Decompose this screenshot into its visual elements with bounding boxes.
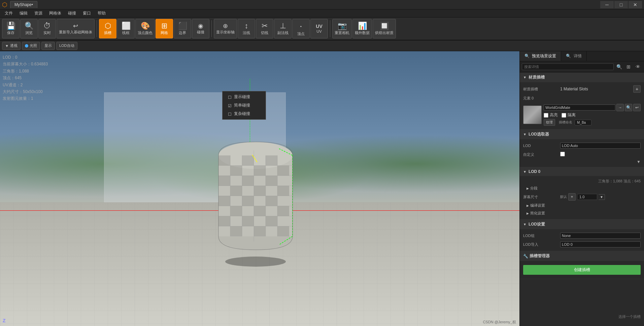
simple-collision-item[interactable]: ☑ 简单碰撞 xyxy=(223,101,266,110)
reimport-button[interactable]: ↩ 重新导入基础网格体 xyxy=(57,19,95,38)
svg-rect-25 xyxy=(242,176,254,186)
lod-import-select[interactable]: LOD 0 xyxy=(560,241,641,247)
lod-expand-arrow[interactable]: ▼ xyxy=(637,159,641,164)
minimize-button[interactable]: ─ xyxy=(600,1,614,8)
slot-name-input[interactable] xyxy=(575,120,591,125)
grid-view-button[interactable]: ⊞ xyxy=(624,63,633,71)
highlight-checkbox[interactable] xyxy=(544,113,548,118)
build-arrow: ▶ xyxy=(527,204,529,207)
insert-slot-button[interactable]: ⬡ 插槽 xyxy=(99,19,116,38)
menu-collision[interactable]: 碰撞 xyxy=(65,10,79,17)
show-button[interactable]: 显示 xyxy=(41,42,55,50)
lod-settings-header[interactable]: ▼ LOD设置 xyxy=(520,219,644,229)
perspective-dropdown[interactable]: ▼ 透视 xyxy=(2,42,21,50)
reduce-arrow: ▶ xyxy=(527,212,529,215)
eye-button[interactable]: 👁 xyxy=(634,63,642,71)
browse-button[interactable]: 🔍 浏览 xyxy=(20,19,38,38)
lod0-header[interactable]: ▼ LOD 0 xyxy=(520,167,644,176)
details-tab[interactable]: 🔍 详情 xyxy=(561,51,586,61)
insert-label: 插槽 xyxy=(104,30,111,35)
lod-import-label: LOD导入 xyxy=(523,242,560,247)
svg-rect-28 xyxy=(254,186,266,196)
normal-button[interactable]: ↕ 法线 xyxy=(238,19,255,38)
screen-size-input[interactable] xyxy=(577,194,597,200)
material-slots-header[interactable]: ▼ 材质插槽 xyxy=(520,72,644,82)
lod-group-label: LOD组 xyxy=(523,233,560,238)
app-tab[interactable]: MyShape• xyxy=(10,1,37,8)
toolbar: 💾 保存 🔍 浏览 ⏱ 实时 ↩ 重新导入基础网格体 ⬡ 插槽 ⬜ 线框 🎨 顶… xyxy=(0,18,644,40)
show-axis-label: 显示坐标轴 xyxy=(216,30,235,35)
material-reset-button[interactable]: ↩ xyxy=(633,104,641,111)
reduce-settings-header[interactable]: ▶ 简化设置 xyxy=(520,209,644,217)
preview-scene-tab[interactable]: 🔍 预览场景设置 xyxy=(520,51,561,61)
material-name-row: WorldGridMate → 🔍 ↩ xyxy=(544,104,641,111)
slot-name-label: 插槽命名 xyxy=(559,120,572,125)
custom-checkbox[interactable] xyxy=(560,152,565,156)
close-button[interactable]: ✕ xyxy=(629,1,642,8)
bake-material-button[interactable]: 🔲 烘焙出材质 xyxy=(373,19,396,38)
menu-mesh[interactable]: 网格体 xyxy=(46,10,65,17)
segments-label: 分段 xyxy=(530,186,538,191)
lod-group-select[interactable]: None xyxy=(560,233,641,239)
binormal-button[interactable]: ⊥ 副法线 xyxy=(274,19,292,38)
add-material-slot-button[interactable]: + xyxy=(633,85,641,93)
boundary-button[interactable]: ⬛ 边界 xyxy=(174,19,191,38)
mesh-icon: ⊞ xyxy=(161,22,167,30)
vertex-color-button[interactable]: 🎨 顶点颜色 xyxy=(135,19,155,38)
details-tab-label: 详情 xyxy=(574,54,582,58)
mesh-button[interactable]: ⊞ 网格 xyxy=(156,19,173,38)
menu-help[interactable]: 帮助 xyxy=(94,10,109,17)
isolate-checkbox[interactable] xyxy=(562,113,566,118)
socket-manager-header[interactable]: 🔧 插槽管理器 xyxy=(520,251,644,261)
material-texture-row: 纹理 插槽命名 xyxy=(544,119,641,126)
show-collision-item[interactable]: ☐ 显示碰撞 xyxy=(223,93,266,101)
axis-indicator: Z xyxy=(3,318,6,323)
vertex-button[interactable]: · 顶点 xyxy=(292,19,310,38)
segments-header[interactable]: ▶ 分段 xyxy=(520,184,644,192)
wireframe-button[interactable]: ⬜ 线框 xyxy=(117,19,135,38)
viewport[interactable]: LOD：0 当前屏幕大小：0.634883 三角形：1,088 顶点：645 U… xyxy=(0,51,519,326)
menu-file[interactable]: 文件 xyxy=(1,10,16,17)
extra-data-button[interactable]: 📊 额外数据 xyxy=(352,19,372,38)
create-slot-button[interactable]: 创建插槽 xyxy=(523,265,641,275)
lighting-label: 光照 xyxy=(30,43,37,48)
menu-assets[interactable]: 资源 xyxy=(31,10,46,17)
tangent-button[interactable]: ✂ 切线 xyxy=(256,19,273,38)
save-button[interactable]: 💾 保存 xyxy=(2,19,20,38)
lod-selector-header[interactable]: ▼ LOD选取器 xyxy=(520,129,644,139)
lod-value: LOD Auto xyxy=(560,143,641,149)
preview-icon: 🔍 xyxy=(524,54,530,58)
titlebar: ⬡ MyShape• ─ □ ✕ xyxy=(0,0,644,9)
complex-collision-item[interactable]: ☐ 复杂碰撞 xyxy=(223,110,266,118)
material-name-select[interactable]: WorldGridMate xyxy=(544,105,615,111)
lod-auto-button[interactable]: LOD自动 xyxy=(56,42,77,50)
material-arrow-button[interactable]: → xyxy=(616,104,624,111)
preview-tab-label: 预览场景设置 xyxy=(532,54,556,58)
search-input[interactable] xyxy=(522,63,614,70)
realtime-icon: ⏱ xyxy=(43,22,51,30)
realtime-button[interactable]: ⏱ 实时 xyxy=(38,19,56,38)
show-axis-button[interactable]: ⊕ 显示坐标轴 xyxy=(214,19,237,38)
collision-button[interactable]: ◉ 碰撞 xyxy=(192,19,209,38)
collision-label: 碰撞 xyxy=(197,30,204,35)
lod-select[interactable]: LOD Auto xyxy=(560,143,641,149)
build-settings-header[interactable]: ▶ 编译设置 xyxy=(520,202,644,209)
material-slots-count-label: 材质插槽 xyxy=(523,87,560,92)
show-collision-check: ☐ xyxy=(228,95,232,99)
screen-size-add-btn[interactable]: + xyxy=(568,193,576,201)
3d-mesh-object xyxy=(212,125,299,267)
reset-camera-button[interactable]: 📷 重置相机 xyxy=(332,19,352,38)
texture-button[interactable]: 纹理 xyxy=(544,119,555,126)
menu-window[interactable]: 窗口 xyxy=(79,10,94,17)
material-find-button[interactable]: 🔍 xyxy=(625,104,632,111)
wireframe-icon: ⬜ xyxy=(122,22,131,30)
element0-label: 元素 0 xyxy=(523,96,560,101)
menu-edit[interactable]: 编辑 xyxy=(16,10,31,17)
right-panel: 🔍 预览场景设置 🔍 详情 🔍 ⊞ 👁 ▼ 材质插槽 材质插槽 xyxy=(519,51,644,326)
lighting-button[interactable]: 光照 xyxy=(22,42,40,50)
uv-button[interactable]: UV UV xyxy=(310,19,328,38)
socket-manager-content: 创建插槽 xyxy=(520,261,644,279)
search-button[interactable]: 🔍 xyxy=(615,63,623,71)
maximize-button[interactable]: □ xyxy=(614,1,628,8)
screen-size-down-btn[interactable]: ▼ xyxy=(599,194,605,200)
